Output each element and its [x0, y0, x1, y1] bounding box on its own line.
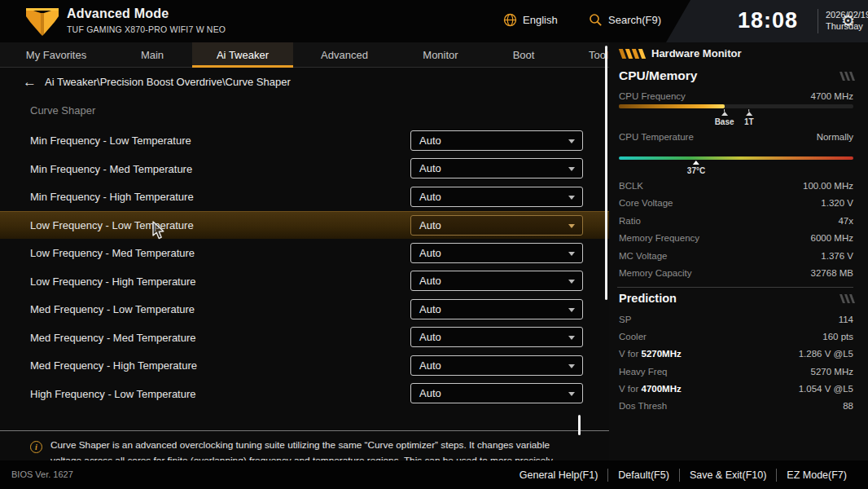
- settings-pane: My FavoritesMainAi TweakerAdvancedMonito…: [0, 42, 609, 460]
- setting-row[interactable]: Min Frequency - Low TemperatureAuto: [0, 126, 609, 155]
- dropdown-value: Auto: [419, 275, 441, 287]
- setting-label: Low Frequency - Low Temperature: [30, 219, 194, 231]
- prediction-value: 1.054 V @L5: [799, 384, 853, 394]
- cpu-memory-title: CPU/Memory: [619, 68, 697, 83]
- mode-title: Advanced Mode: [67, 7, 226, 21]
- dropdown-value: Auto: [419, 331, 441, 343]
- content-area: ← Ai Tweaker\Precision Boost Overdrive\C…: [0, 68, 609, 405]
- footer-button-ez-mode-f7-[interactable]: EZ Mode(F7): [777, 469, 857, 481]
- language-switch[interactable]: English: [503, 13, 558, 27]
- footer-button-save-exit-f10-[interactable]: Save & Exit(F10): [680, 469, 776, 481]
- prediction-label: Cooler: [619, 332, 647, 341]
- tab-boot[interactable]: Boot: [485, 42, 562, 68]
- setting-dropdown[interactable]: Auto: [410, 355, 583, 376]
- setting-dropdown[interactable]: Auto: [410, 299, 583, 319]
- setting-row[interactable]: Med Frequency - Low TemperatureAuto: [0, 295, 609, 324]
- setting-dropdown[interactable]: Auto: [410, 130, 583, 151]
- stat-label: MC Voltage: [619, 251, 667, 261]
- stat-value: 6000 MHz: [811, 233, 853, 243]
- hardware-monitor-pane: Hardware Monitor CPU/Memory CPU Frequenc…: [609, 42, 868, 460]
- tab-main[interactable]: Main: [112, 42, 192, 68]
- setting-dropdown[interactable]: Auto: [410, 215, 583, 236]
- setting-row[interactable]: Low Frequency - High TemperatureAuto: [0, 267, 609, 296]
- setting-dropdown[interactable]: Auto: [410, 187, 583, 207]
- section-stripes-icon: [841, 72, 853, 81]
- prediction-label: Heavy Freq: [619, 367, 667, 377]
- main-area: My FavoritesMainAi TweakerAdvancedMonito…: [0, 42, 868, 460]
- stat-value: 100.00 MHz: [803, 181, 853, 191]
- prediction-label: SP: [619, 315, 631, 324]
- monitor-stat-row: Memory Frequency6000 MHz: [619, 233, 853, 243]
- cpu-frequency-row: CPU Frequency 4700 MHz: [619, 91, 853, 101]
- prediction-row: V for 5270MHz1.286 V @L5: [619, 349, 853, 359]
- freq-marker-1t: 1T: [744, 109, 754, 126]
- board-name: TUF GAMING X870-PRO WIFI7 W NEO: [67, 24, 226, 34]
- tab-ai-tweaker[interactable]: Ai Tweaker: [192, 42, 293, 68]
- footer-buttons: General Help(F1)Default(F5)Save & Exit(F…: [510, 460, 857, 489]
- prediction-value: 5270 MHz: [811, 367, 853, 377]
- dropdown-value: Auto: [419, 219, 441, 231]
- prediction-label-bold: 5270MHz: [641, 349, 681, 359]
- prediction-row: Dos Thresh88: [619, 401, 853, 411]
- temp-marker: 37°C: [687, 161, 705, 175]
- hazard-stripes-icon: [620, 49, 644, 59]
- title-block: Advanced Mode TUF GAMING X870-PRO WIFI7 …: [67, 7, 226, 34]
- dropdown-value: Auto: [419, 359, 441, 372]
- setting-dropdown[interactable]: Auto: [410, 243, 583, 263]
- footer-button-general-help-f1-[interactable]: General Help(F1): [510, 469, 608, 481]
- setting-row[interactable]: Low Frequency - Low TemperatureAuto: [0, 211, 609, 240]
- chevron-down-icon: [568, 139, 575, 143]
- cpu-temperature-bar: [619, 156, 853, 160]
- prediction-row: Cooler160 pts: [619, 332, 853, 341]
- setting-row[interactable]: Low Frequency - Med TemperatureAuto: [0, 239, 609, 267]
- dropdown-value: Auto: [419, 162, 441, 174]
- globe-icon: [503, 13, 517, 27]
- setting-row[interactable]: Med Frequency - High TemperatureAuto: [0, 351, 609, 380]
- setting-dropdown[interactable]: Auto: [410, 271, 583, 291]
- hardware-monitor-header: Hardware Monitor: [620, 47, 742, 59]
- stat-label: Core Voltage: [619, 198, 673, 208]
- tab-monitor[interactable]: Monitor: [396, 42, 485, 68]
- footer-bar: BIOS Ver. 1627 General Help(F1)Default(F…: [0, 460, 868, 489]
- search-icon: [589, 13, 603, 27]
- setting-label: Min Frequency - Med Temperature: [30, 162, 192, 174]
- back-arrow-icon[interactable]: ←: [23, 77, 37, 88]
- gear-icon[interactable]: ⚙: [841, 11, 855, 30]
- bios-version: BIOS Ver. 1627: [11, 469, 73, 479]
- stat-label: Ratio: [619, 216, 641, 226]
- help-text: Curve Shaper is an advanced overclocking…: [50, 438, 572, 460]
- setting-row[interactable]: Med Frequency - Med TemperatureAuto: [0, 324, 609, 352]
- setting-label: Low Frequency - Med Temperature: [30, 247, 195, 259]
- setting-dropdown[interactable]: Auto: [410, 158, 583, 178]
- tuf-logo: [24, 6, 60, 37]
- setting-dropdown[interactable]: Auto: [410, 327, 583, 347]
- prediction-label: V for 4700MHz: [619, 384, 682, 394]
- setting-row[interactable]: Min Frequency - High TemperatureAuto: [0, 183, 609, 211]
- dropdown-value: Auto: [419, 303, 441, 315]
- tab-bar: My FavoritesMainAi TweakerAdvancedMonito…: [0, 42, 609, 68]
- prediction-value: 1.286 V @L5: [799, 349, 853, 359]
- hardware-monitor-title: Hardware Monitor: [651, 47, 742, 59]
- tab-tool[interactable]: Tool: [562, 42, 609, 68]
- prediction-row: SP114: [619, 315, 853, 324]
- setting-dropdown[interactable]: Auto: [410, 383, 583, 403]
- setting-row[interactable]: High Frequency - Low TemperatureAuto: [0, 380, 609, 408]
- prediction-title: Prediction: [619, 292, 677, 305]
- setting-label: Med Frequency - High Temperature: [30, 359, 197, 372]
- top-bar: 18:08 2026/02/19 Thursday ⚙ Advanced Mod…: [0, 0, 868, 42]
- clock-time: 18:08: [738, 8, 798, 33]
- language-label: English: [523, 14, 558, 26]
- search-control[interactable]: Search(F9): [589, 13, 661, 27]
- main-scrollbar-thumb[interactable]: [605, 46, 607, 300]
- footer-button-default-f5-[interactable]: Default(F5): [608, 469, 679, 481]
- breadcrumb: ← Ai Tweaker\Precision Boost Overdrive\C…: [23, 76, 291, 88]
- help-scrollbar-thumb[interactable]: [578, 415, 581, 435]
- clock-divider: [818, 9, 818, 33]
- cpu-frequency-value: 4700 MHz: [811, 91, 853, 101]
- setting-label: Low Frequency - High Temperature: [30, 275, 196, 287]
- tab-my-favorites[interactable]: My Favorites: [0, 42, 112, 68]
- clock-section: 18:08 2026/02/19 Thursday ⚙: [666, 0, 868, 42]
- setting-row[interactable]: Min Frequency - Med TemperatureAuto: [0, 155, 609, 183]
- stat-label: Memory Capacity: [619, 268, 691, 278]
- tab-advanced[interactable]: Advanced: [293, 42, 396, 68]
